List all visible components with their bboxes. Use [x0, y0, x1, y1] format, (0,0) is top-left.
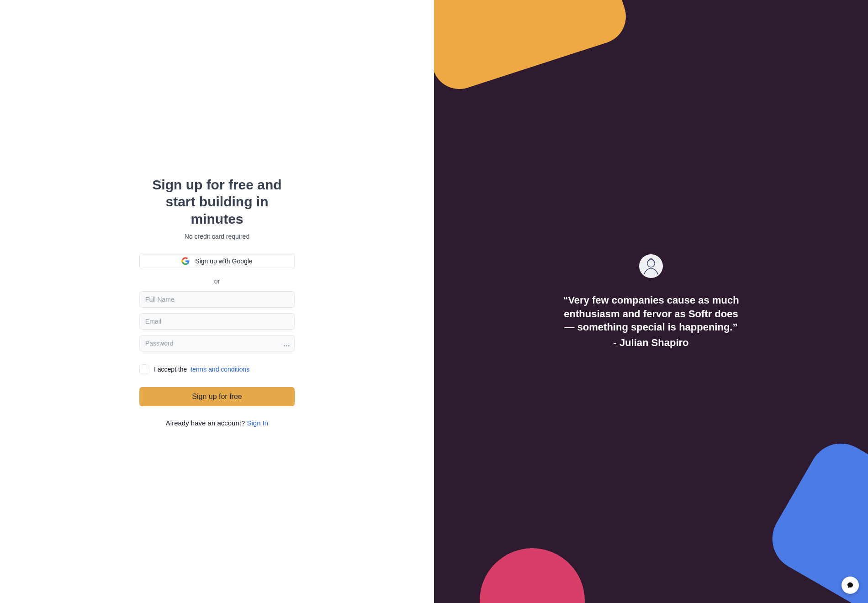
google-icon [181, 257, 190, 265]
terms-text: I accept the terms and conditions [154, 366, 249, 373]
testimonial-quote: “Very few companies cause as much enthus… [562, 294, 740, 334]
testimonial-attribution: - Julian Shapiro [562, 337, 740, 349]
password-visibility-icon[interactable]: ••• [283, 343, 290, 348]
signup-submit-button[interactable]: Sign up for free [139, 387, 295, 406]
headline-line-1: Sign up for free and [152, 177, 281, 192]
google-signup-button[interactable]: Sign up with Google [139, 253, 295, 269]
testimonial: “Very few companies cause as much enthus… [553, 254, 749, 349]
password-input[interactable] [139, 335, 295, 351]
fullname-input[interactable] [139, 291, 295, 308]
password-wrapper: ••• [139, 335, 295, 357]
terms-checkbox[interactable] [139, 364, 149, 374]
signup-form: Sign up for free and start building in m… [139, 176, 295, 427]
chat-icon [847, 582, 854, 589]
terms-row: I accept the terms and conditions [139, 364, 295, 374]
terms-link[interactable]: terms and conditions [191, 366, 249, 373]
testimonial-panel: “Very few companies cause as much enthus… [434, 0, 868, 603]
avatar-icon [640, 255, 662, 277]
google-button-label: Sign up with Google [195, 257, 252, 265]
decor-shape-pink [480, 548, 585, 603]
avatar [639, 254, 663, 278]
divider-or: or [139, 278, 295, 285]
terms-prefix: I accept the [154, 366, 187, 373]
page-container: Sign up for free and start building in m… [0, 0, 868, 603]
signup-panel: Sign up for free and start building in m… [0, 0, 434, 603]
sign-in-link[interactable]: Sign In [247, 419, 268, 427]
already-prefix: Already have an account? [166, 419, 247, 427]
page-title: Sign up for free and start building in m… [139, 176, 295, 228]
already-account: Already have an account? Sign In [139, 419, 295, 427]
decor-shape-orange [434, 0, 633, 96]
chat-widget-button[interactable] [842, 577, 859, 594]
email-input[interactable] [139, 313, 295, 330]
subheading: No credit card required [139, 233, 295, 240]
headline-line-2: start building in minutes [166, 194, 269, 226]
